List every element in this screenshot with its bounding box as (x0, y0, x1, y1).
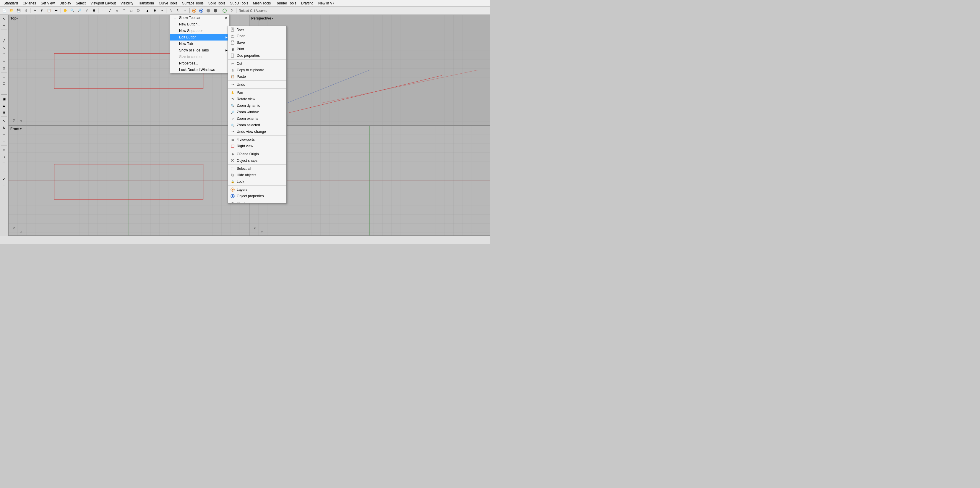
tb-rect[interactable]: □ (128, 7, 134, 14)
sb-dim[interactable]: ↕ (1, 169, 8, 175)
tb-zoom-ext[interactable]: ⤢ (83, 7, 90, 14)
cm-new-button[interactable]: New Button... (170, 21, 229, 27)
sb-rotate[interactable]: ↻ (1, 124, 8, 131)
cm-new[interactable]: New (228, 26, 286, 33)
sb-misc[interactable]: ⋯ (1, 182, 8, 189)
cm-zoom-selected[interactable]: 🔍 Zoom selected (228, 122, 286, 128)
cm-hide-objects[interactable]: Hide objects (228, 172, 286, 179)
menu-drafting[interactable]: Drafting (299, 1, 316, 6)
menu-new-v7[interactable]: New in V7 (316, 1, 337, 6)
menu-standard[interactable]: Standard (1, 1, 21, 6)
cm-4viewports[interactable]: ⊞ 4 viewports (228, 136, 286, 143)
sb-surface[interactable]: ▣ (1, 96, 8, 102)
menu-viewport-layout[interactable]: Viewport Layout (88, 1, 118, 6)
tb-circle[interactable]: ○ (114, 7, 120, 14)
cm-open[interactable]: Open (228, 33, 286, 39)
sb-scale[interactable]: ↔ (1, 131, 8, 138)
cm-show-hide-tabs[interactable]: Show or Hide Tabs ▶ (170, 47, 229, 54)
tb-zoom-in[interactable]: 🔍 (69, 7, 76, 14)
menu-curve-tools[interactable]: Curve Tools (156, 1, 180, 6)
sb-mirror[interactable]: ⇔ (1, 138, 8, 145)
cm-properties[interactable]: Properties... (170, 60, 229, 67)
menu-setview[interactable]: Set View (38, 1, 57, 6)
cm-copy-clipboard[interactable]: ⎘ Copy to clipboard (228, 67, 286, 73)
sb-rect[interactable]: □ (1, 73, 8, 80)
tb-scale[interactable]: ↔ (182, 7, 188, 14)
sb-boolean[interactable]: ⊕ (1, 109, 8, 116)
tb-open[interactable]: 📂 (8, 7, 15, 14)
menu-mesh-tools[interactable]: Mesh Tools (251, 1, 273, 6)
viewport-front-label[interactable]: Front ▾ (10, 127, 22, 131)
tb-help[interactable]: ? (228, 7, 235, 14)
tb-shade[interactable] (205, 7, 212, 14)
sb-point[interactable]: · (1, 31, 8, 37)
cm-cut[interactable]: ✂ Cut (228, 61, 286, 67)
tb-undo[interactable]: ↩ (53, 7, 59, 14)
sb-trim[interactable]: ✂ (1, 147, 8, 153)
viewport-perspective-label[interactable]: Perspective ▾ (251, 16, 273, 21)
tb-move[interactable]: ⤡ (167, 7, 174, 14)
sb-circle[interactable]: ○ (1, 58, 8, 64)
menu-cplanes[interactable]: CPlanes (21, 1, 38, 6)
tb-pan[interactable]: ✋ (62, 7, 68, 14)
cm-select-all[interactable]: Select all (228, 165, 286, 172)
cm-right-view[interactable]: Right view (228, 143, 286, 149)
tb-copy[interactable]: ⎘ (39, 7, 45, 14)
tb-save[interactable]: 💾 (15, 7, 22, 14)
cm-zoom-extents[interactable]: ⤢ Zoom extents (228, 115, 286, 122)
tb-arc[interactable]: ◠ (121, 7, 127, 14)
menu-render-tools[interactable]: Render Tools (273, 1, 299, 6)
cm-paste[interactable]: 📋 Paste (228, 73, 286, 80)
tb-points[interactable]: · (100, 7, 106, 14)
cm-cplane-origin[interactable]: ⊕ CPlane Origin (228, 151, 286, 157)
tb-4views[interactable]: ⊞ (91, 7, 97, 14)
cm-undo[interactable]: ↩ Undo (228, 81, 286, 88)
viewport-front[interactable]: Front ▾ z x (8, 125, 249, 236)
sb-select2[interactable]: ⊹ (1, 22, 8, 29)
cm-print[interactable]: 🖨 Print (228, 46, 286, 53)
viewport-top-label[interactable]: Top ▾ (10, 16, 19, 21)
cm-save[interactable]: Save (228, 39, 286, 46)
menu-display[interactable]: Display (57, 1, 73, 6)
cm-lock-docked[interactable]: Lock Docked Windows (170, 67, 229, 73)
tb-grasshopper[interactable] (221, 7, 228, 14)
cm-new-tab[interactable]: New Tab (170, 40, 229, 47)
sb-extend[interactable]: ↦ (1, 153, 8, 160)
cm-rotate-view[interactable]: ↻ Rotate view (228, 96, 286, 102)
tb-cut[interactable]: ✂ (32, 7, 38, 14)
menu-transform[interactable]: Transform (136, 1, 156, 6)
sb-line[interactable]: ╱ (1, 38, 8, 44)
sb-arc[interactable]: ◠ (1, 51, 8, 58)
sb-move[interactable]: ⤡ (1, 118, 8, 124)
cm-show-toolbar[interactable]: ☰ Show Toolbar ▶ (170, 14, 229, 21)
menu-solid-tools[interactable]: Solid Tools (206, 1, 228, 6)
tb-loft[interactable]: ⋄ (158, 7, 165, 14)
cm-shade[interactable]: Shade (228, 201, 286, 204)
tb-layers[interactable] (191, 7, 197, 14)
tb-render[interactable] (212, 7, 219, 14)
tb-new[interactable]: 📄 (1, 7, 8, 14)
cm-zoom-dynamic[interactable]: 🔍 Zoom dynamic (228, 102, 286, 109)
tb-line[interactable]: ╱ (107, 7, 113, 14)
menu-select[interactable]: Select (73, 1, 88, 6)
tb-print[interactable]: 🖨 (22, 7, 29, 14)
cm-layers[interactable]: Layers (228, 186, 286, 193)
menu-surface-tools[interactable]: Surface Tools (180, 1, 206, 6)
sb-check[interactable]: ✓ (1, 176, 8, 182)
cm-size-content[interactable]: Size to content (170, 54, 229, 60)
sb-fillet[interactable]: ⌒ (1, 160, 8, 167)
cm-object-properties[interactable]: Object properties (228, 193, 286, 199)
sb-extrude[interactable]: ▲ (1, 102, 8, 109)
cm-object-snaps[interactable]: Object snaps (228, 157, 286, 164)
cm-doc-properties[interactable]: Doc properties (228, 53, 286, 59)
cm-zoom-window[interactable]: 🔎 Zoom window (228, 109, 286, 115)
tb-rotate[interactable]: ↻ (175, 7, 181, 14)
tb-extrude[interactable]: ▲ (144, 7, 151, 14)
sb-poly[interactable]: ⬡ (1, 80, 8, 87)
cm-undo-view[interactable]: ↩ Undo view change (228, 128, 286, 135)
tb-obj-props[interactable] (198, 7, 205, 14)
cm-new-separator[interactable]: New Separator (170, 27, 229, 34)
sb-free[interactable]: ⌒ (1, 87, 8, 94)
cm-pan[interactable]: ✋ Pan (228, 89, 286, 96)
menu-subd-tools[interactable]: SubD Tools (228, 1, 251, 6)
